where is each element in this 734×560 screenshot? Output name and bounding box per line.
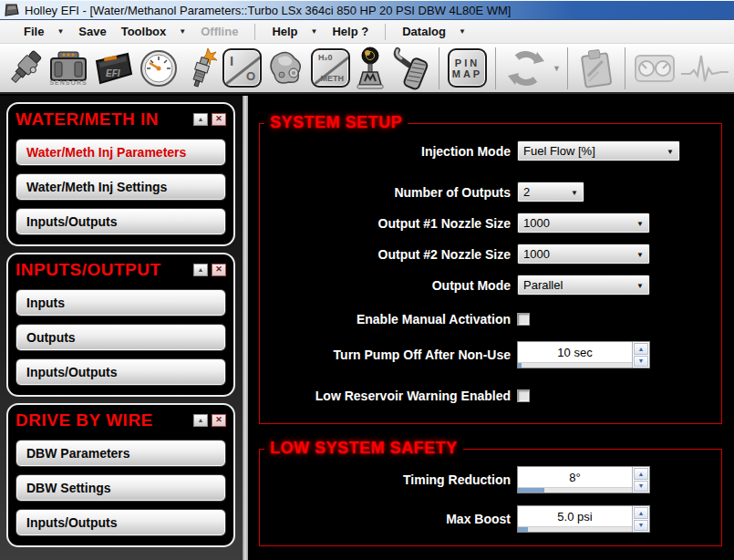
chevron-down-icon: ▼: [636, 251, 644, 259]
main-content: SYSTEM SETUP Injection Mode Fuel Flow [%…: [248, 96, 734, 560]
panel-close-button[interactable]: ✕: [212, 113, 226, 126]
title-bar: Holley EFI - [Water/Methanol Parameters:…: [0, 0, 734, 20]
field-label: Timing Reduction: [260, 472, 517, 487]
output1-nozzle-size-select[interactable]: 1000 ▼: [517, 213, 650, 233]
sidebar-item-dbw-settings[interactable]: DBW Settings: [16, 474, 226, 502]
sync-dropdown-arrow: ▼: [553, 64, 561, 73]
holley-efi-window: Holley EFI - [Water/Methanol Parameters:…: [0, 0, 734, 560]
section-low-system-safety: LOW SYSTEM SAFETY Timing Reduction 8° ▲ …: [259, 449, 722, 546]
sidebar-item-inputs[interactable]: Inputs: [16, 289, 226, 316]
io-button-icon[interactable]: I O: [222, 46, 262, 91]
spinner-track: [518, 487, 632, 493]
output-mode-select[interactable]: Parallel ▼: [517, 275, 650, 296]
shifter-icon[interactable]: [354, 46, 387, 91]
panel-title: INPUTS/OUTPUT: [16, 260, 190, 280]
panel-close-button[interactable]: ✕: [212, 264, 226, 276]
chevron-down-icon: ▼: [636, 220, 644, 228]
field-label: Enable Manual Activation: [260, 312, 517, 327]
sidebar-item-inputs-outputs[interactable]: Inputs/Outputs: [16, 509, 226, 536]
menu-save[interactable]: Save: [71, 22, 113, 41]
spinner-value[interactable]: 10 sec: [518, 342, 632, 368]
menu-separator: [254, 24, 255, 40]
sidebar: WATER/METH IN ▲ ✕ Water/Meth Inj Paramet…: [0, 96, 243, 560]
sidebar-item-dbw-parameters[interactable]: DBW Parameters: [16, 440, 226, 467]
field-label: Low Reservoir Warning Enabled: [260, 389, 517, 403]
offline-status: Offline: [193, 22, 245, 41]
sidebar-item-water-meth-inj-parameters[interactable]: Water/Meth Inj Parameters: [16, 139, 226, 166]
panel-minimize-button[interactable]: ▲: [193, 113, 208, 126]
field-label: Max Boost: [260, 512, 517, 526]
spin-down-button[interactable]: ▼: [634, 520, 648, 532]
chevron-down-icon: ▼: [57, 27, 64, 36]
sensors-label: SENSORS: [49, 79, 87, 86]
field-label: Output #1 Nozzle Size: [260, 216, 517, 231]
spin-up-button[interactable]: ▲: [634, 507, 648, 519]
panel-close-button[interactable]: ✕: [212, 414, 226, 427]
spinner-value[interactable]: 5.0 psi: [518, 506, 632, 532]
pedal-icon[interactable]: [390, 46, 430, 91]
sync-icon: [504, 46, 548, 91]
sidebar-item-water-meth-inj-settings[interactable]: Water/Meth Inj Settings: [16, 173, 226, 201]
fuel-injector-icon[interactable]: [5, 46, 44, 91]
chevron-down-icon: ▼: [667, 148, 674, 156]
field-label: Output #2 Nozzle Size: [260, 247, 517, 262]
menu-bar: File▼ Save Toolbox▼ Offline Help▼ Help ?…: [0, 20, 734, 44]
workspace: WATER/METH IN ▲ ✕ Water/Meth Inj Paramet…: [0, 96, 734, 560]
pin-map-button-icon[interactable]: PIN MAP: [448, 46, 487, 91]
app-icon: [5, 4, 19, 16]
spin-up-button[interactable]: ▲: [634, 468, 648, 480]
spinner-track: [518, 526, 632, 532]
spin-down-button[interactable]: ▼: [634, 356, 648, 368]
panel-minimize-button[interactable]: ▲: [193, 264, 208, 276]
panel-minimize-button[interactable]: ▲: [193, 414, 208, 427]
window-title: Holley EFI - [Water/Methanol Parameters:…: [25, 4, 511, 17]
enable-manual-activation-checkbox[interactable]: [517, 313, 530, 326]
injection-mode-select[interactable]: Fuel Flow [%] ▼: [517, 140, 680, 161]
low-reservoir-warning-checkbox[interactable]: [517, 389, 530, 402]
sidebar-item-inputs-outputs[interactable]: Inputs/Outputs: [16, 358, 226, 386]
timing-reduction-spinner: 8° ▲ ▼: [517, 466, 650, 493]
section-title: SYSTEM SETUP: [264, 113, 408, 132]
field-label: Turn Pump Off After Non-Use: [260, 347, 517, 362]
heartbeat-icon: [679, 46, 730, 91]
sidebar-item-inputs-outputs[interactable]: Inputs/Outputs: [16, 208, 226, 235]
efi-ecu-icon[interactable]: EFI: [93, 46, 135, 91]
menu-help-question[interactable]: Help ?: [325, 22, 376, 41]
menu-file[interactable]: File▼: [16, 22, 71, 41]
gauge-icon[interactable]: [139, 46, 179, 91]
menu-separator: [385, 24, 386, 40]
panel-water-meth-in: WATER/METH IN ▲ ✕ Water/Meth Inj Paramet…: [6, 102, 235, 246]
chevron-down-icon: ▼: [636, 282, 644, 290]
toolbar-separator: [439, 47, 439, 89]
field-label: Number of Outputs: [260, 185, 517, 200]
pump-icon[interactable]: [265, 46, 307, 91]
h2o-meth-button-icon[interactable]: H₂0 METH: [311, 46, 350, 91]
field-label: Output Mode: [260, 278, 517, 293]
chevron-down-icon: ▼: [179, 27, 186, 36]
sidebar-item-outputs[interactable]: Outputs: [16, 324, 226, 351]
menu-help[interactable]: Help▼: [264, 22, 325, 41]
chevron-down-icon: ▼: [459, 27, 466, 36]
sensors-icon[interactable]: SENSORS: [47, 46, 89, 91]
spinner-track: [518, 362, 632, 368]
toolbar: SENSORS EFI: [0, 44, 734, 94]
spinner-value[interactable]: 8°: [518, 467, 632, 493]
menu-toolbox[interactable]: Toolbox▼: [114, 22, 194, 41]
spark-plug-icon[interactable]: [182, 46, 219, 91]
panel-inputs-output: INPUTS/OUTPUT ▲ ✕ Inputs Outputs Inputs/…: [6, 253, 235, 397]
output2-nozzle-size-select[interactable]: 1000 ▼: [517, 244, 650, 264]
menu-datalog[interactable]: Datalog▼: [395, 22, 473, 41]
number-of-outputs-select[interactable]: 2 ▼: [517, 181, 584, 202]
toolbar-separator: [625, 47, 625, 89]
panel-title: DRIVE BY WIRE: [16, 410, 190, 430]
max-boost-spinner: 5.0 psi ▲ ▼: [517, 505, 650, 533]
panel-title: WATER/METH IN: [16, 109, 190, 130]
spin-up-button[interactable]: ▲: [634, 343, 648, 355]
dash-gauges-icon: [634, 46, 676, 91]
chevron-down-icon: ▼: [571, 189, 578, 197]
section-system-setup: SYSTEM SETUP Injection Mode Fuel Flow [%…: [259, 123, 722, 424]
spin-down-button[interactable]: ▼: [634, 481, 648, 493]
pump-off-after-nonuse-spinner: 10 sec ▲ ▼: [517, 341, 650, 368]
panel-drive-by-wire: DRIVE BY WIRE ▲ ✕ DBW Parameters DBW Set…: [6, 403, 235, 547]
clipboard-icon: [576, 46, 616, 91]
